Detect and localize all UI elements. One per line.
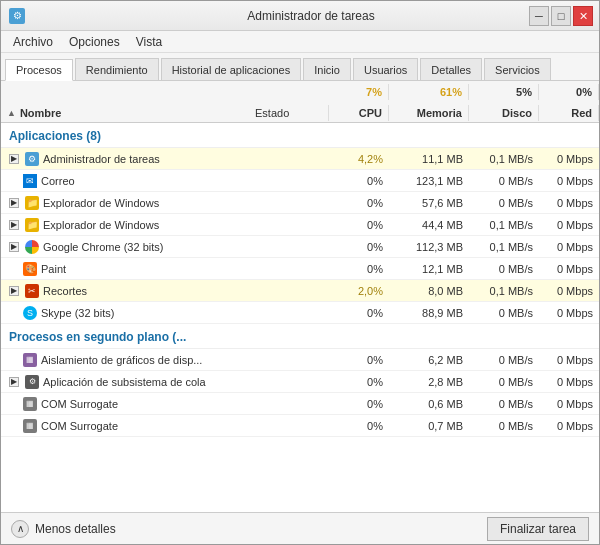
table-row[interactable]: ▶ 📁 Explorador de Windows 0% 57,6 MB 0 M… bbox=[1, 192, 599, 214]
process-name-cell: S Skype (32 bits) bbox=[1, 305, 249, 321]
col-mem-header[interactable]: Memoria bbox=[389, 105, 469, 121]
finalize-task-button[interactable]: Finalizar tarea bbox=[487, 517, 589, 541]
col-net-pct: 0% bbox=[539, 84, 599, 100]
memory-cell: 2,8 MB bbox=[389, 375, 469, 389]
app-icon: ⚙ bbox=[9, 8, 25, 24]
close-button[interactable]: ✕ bbox=[573, 6, 593, 26]
process-name-cell: ▦ Aislamiento de gráficos de disp... bbox=[1, 352, 249, 368]
minimize-button[interactable]: ─ bbox=[529, 6, 549, 26]
network-cell: 0 Mbps bbox=[539, 353, 599, 367]
menu-bar: Archivo Opciones Vista bbox=[1, 31, 599, 53]
process-name-cell: ▶ ⚙ Aplicación de subsistema de cola bbox=[1, 374, 249, 390]
status-cell bbox=[249, 290, 329, 292]
disk-cell: 0 MB/s bbox=[469, 419, 539, 433]
col-disk-pct: 5% bbox=[469, 84, 539, 100]
process-icon: S bbox=[23, 306, 37, 320]
col-disk-header[interactable]: Disco bbox=[469, 105, 539, 121]
network-cell: 0 Mbps bbox=[539, 397, 599, 411]
col-name-header[interactable]: ▲ Nombre bbox=[1, 105, 249, 121]
disk-cell: 0 MB/s bbox=[469, 353, 539, 367]
network-cell: 0 Mbps bbox=[539, 306, 599, 320]
table-row[interactable]: ▦ Aislamiento de gráficos de disp... 0% … bbox=[1, 349, 599, 371]
table-row[interactable]: ▶ 📁 Explorador de Windows 0% 44,4 MB 0,1… bbox=[1, 214, 599, 236]
expand-button[interactable]: ▶ bbox=[9, 154, 19, 164]
disk-cell: 0 MB/s bbox=[469, 174, 539, 188]
table-row[interactable]: ▶ ✂ Recortes 2,0% 8,0 MB 0,1 MB/s 0 Mbps bbox=[1, 280, 599, 302]
disk-cell: 0,1 MB/s bbox=[469, 284, 539, 298]
process-name-cell: ▦ COM Surrogate bbox=[1, 418, 249, 434]
memory-cell: 8,0 MB bbox=[389, 284, 469, 298]
col-status-empty bbox=[249, 90, 329, 94]
less-details-button[interactable]: ∧ Menos detalles bbox=[11, 520, 116, 538]
cpu-cell: 0% bbox=[329, 306, 389, 320]
process-name-cell: ✉ Correo bbox=[1, 173, 249, 189]
process-icon: ▦ bbox=[23, 397, 37, 411]
memory-cell: 112,3 MB bbox=[389, 240, 469, 254]
table-row[interactable]: ✉ Correo 0% 123,1 MB 0 MB/s 0 Mbps bbox=[1, 170, 599, 192]
less-details-label: Menos detalles bbox=[35, 522, 116, 536]
table-row[interactable]: ▶ ⚙ Aplicación de subsistema de cola 0% … bbox=[1, 371, 599, 393]
memory-cell: 123,1 MB bbox=[389, 174, 469, 188]
network-cell: 0 Mbps bbox=[539, 174, 599, 188]
tab-detalles[interactable]: Detalles bbox=[420, 58, 482, 80]
memory-cell: 11,1 MB bbox=[389, 152, 469, 166]
tab-procesos[interactable]: Procesos bbox=[5, 59, 73, 81]
tab-historial[interactable]: Historial de aplicaciones bbox=[161, 58, 302, 80]
col-mem-pct: 61% bbox=[389, 84, 469, 100]
status-cell bbox=[249, 268, 329, 270]
memory-cell: 88,9 MB bbox=[389, 306, 469, 320]
tab-inicio[interactable]: Inicio bbox=[303, 58, 351, 80]
memory-cell: 12,1 MB bbox=[389, 262, 469, 276]
memory-cell: 6,2 MB bbox=[389, 353, 469, 367]
network-cell: 0 Mbps bbox=[539, 262, 599, 276]
cpu-cell: 0% bbox=[329, 419, 389, 433]
menu-vista[interactable]: Vista bbox=[128, 33, 170, 51]
disk-cell: 0,1 MB/s bbox=[469, 218, 539, 232]
cpu-cell: 0% bbox=[329, 240, 389, 254]
network-cell: 0 Mbps bbox=[539, 419, 599, 433]
expand-button[interactable]: ▶ bbox=[9, 220, 19, 230]
footer: ∧ Menos detalles Finalizar tarea bbox=[1, 512, 599, 544]
table-row[interactable]: 🎨 Paint 0% 12,1 MB 0 MB/s 0 Mbps bbox=[1, 258, 599, 280]
cpu-cell: 0% bbox=[329, 353, 389, 367]
expand-button[interactable]: ▶ bbox=[9, 198, 19, 208]
cpu-cell: 0% bbox=[329, 174, 389, 188]
status-cell bbox=[249, 312, 329, 314]
process-name-cell: 🎨 Paint bbox=[1, 261, 249, 277]
disk-cell: 0 MB/s bbox=[469, 306, 539, 320]
table-row[interactable]: ▦ COM Surrogate 0% 0,6 MB 0 MB/s 0 Mbps bbox=[1, 393, 599, 415]
menu-opciones[interactable]: Opciones bbox=[61, 33, 128, 51]
title-bar: ⚙ Administrador de tareas ─ □ ✕ bbox=[1, 1, 599, 31]
chevron-up-icon: ∧ bbox=[11, 520, 29, 538]
table-row[interactable]: S Skype (32 bits) 0% 88,9 MB 0 MB/s 0 Mb… bbox=[1, 302, 599, 324]
memory-cell: 57,6 MB bbox=[389, 196, 469, 210]
table-row[interactable]: ▶ Google Chrome (32 bits) 0% 112,3 MB 0,… bbox=[1, 236, 599, 258]
process-icon: ⚙ bbox=[25, 152, 39, 166]
process-icon bbox=[25, 240, 39, 254]
table-row[interactable]: ▦ COM Surrogate 0% 0,7 MB 0 MB/s 0 Mbps bbox=[1, 415, 599, 437]
process-name-cell: ▶ ✂ Recortes bbox=[1, 283, 249, 299]
table-container: 7% 61% 5% 0% ▲ Nombre Estado CPU Memoria… bbox=[1, 81, 599, 512]
section-applications: Aplicaciones (8) bbox=[1, 123, 599, 148]
tab-usuarios[interactable]: Usuarios bbox=[353, 58, 418, 80]
table-row[interactable]: ▶ ⚙ Administrador de tareas 4,2% 11,1 MB… bbox=[1, 148, 599, 170]
restore-button[interactable]: □ bbox=[551, 6, 571, 26]
cpu-cell: 0% bbox=[329, 375, 389, 389]
window-title: Administrador de tareas bbox=[31, 9, 591, 23]
expand-button[interactable]: ▶ bbox=[9, 286, 19, 296]
status-cell bbox=[249, 246, 329, 248]
cpu-cell: 4,2% bbox=[329, 152, 389, 166]
tab-servicios[interactable]: Servicios bbox=[484, 58, 551, 80]
process-name-cell: ▦ COM Surrogate bbox=[1, 396, 249, 412]
expand-button[interactable]: ▶ bbox=[9, 242, 19, 252]
col-net-header[interactable]: Red bbox=[539, 105, 599, 121]
tab-rendimiento[interactable]: Rendimiento bbox=[75, 58, 159, 80]
col-status-header[interactable]: Estado bbox=[249, 105, 329, 121]
window-controls: ─ □ ✕ bbox=[529, 6, 593, 26]
sort-arrow-icon: ▲ bbox=[7, 108, 16, 118]
section-background: Procesos en segundo plano (... bbox=[1, 324, 599, 349]
menu-archivo[interactable]: Archivo bbox=[5, 33, 61, 51]
col-cpu-header[interactable]: CPU bbox=[329, 105, 389, 121]
status-cell bbox=[249, 202, 329, 204]
expand-button[interactable]: ▶ bbox=[9, 377, 19, 387]
